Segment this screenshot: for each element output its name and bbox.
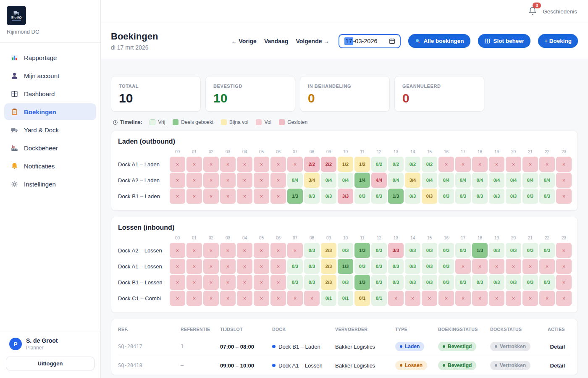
slot-cell[interactable]: 0/3 [438,189,454,204]
slot-cell[interactable]: 0/3 [506,189,521,204]
slot-cell[interactable]: 0/3 [405,275,420,290]
slot-cell[interactable]: 0/4 [455,173,471,188]
slot-cell[interactable]: 0/1 [354,291,370,306]
slot-cell[interactable]: 0/3 [371,259,387,274]
slot-cell[interactable]: 0/3 [321,189,336,204]
slot-cell[interactable]: 0/3 [422,275,437,290]
slot-cell[interactable]: 0/4 [287,173,303,188]
slot-cell[interactable]: 0/3 [388,259,404,274]
sidebar-item-dockbeheer[interactable]: Dockbeheer [4,139,96,156]
slot-cell[interactable]: 0/3 [539,189,555,204]
slot-cell[interactable]: 1/3 [338,259,353,274]
slot-cell[interactable]: 0/3 [438,275,454,290]
slot-cell[interactable]: 0/3 [489,275,504,290]
slot-cell[interactable]: 0/1 [338,291,353,306]
slot-management-button[interactable]: Slot beheer [478,34,531,48]
slot-cell[interactable]: 2/3 [321,275,336,290]
slot-cell[interactable]: 0/4 [489,173,504,188]
slot-cell[interactable]: 1/4 [354,173,370,188]
slot-cell[interactable]: 0/3 [422,189,437,204]
notifications-bell-button[interactable]: 3 [528,6,538,17]
slot-cell[interactable]: 0/3 [422,259,437,274]
slot-cell[interactable]: 3/3 [388,243,404,258]
today-link[interactable]: Vandaag [264,38,289,45]
slot-cell[interactable]: 0/2 [422,157,437,172]
slot-cell[interactable]: 2/2 [304,157,320,172]
slot-cell[interactable]: 0/3 [539,275,555,290]
slot-cell[interactable]: 0/4 [438,173,454,188]
slot-cell[interactable]: 1/3 [287,189,303,204]
detail-link[interactable]: Detail [550,362,565,369]
slot-cell[interactable]: 3/4 [405,173,420,188]
slot-cell[interactable]: 0/3 [455,189,471,204]
slot-cell[interactable]: 0/4 [522,173,538,188]
slot-cell[interactable]: 0/3 [522,189,538,204]
slot-cell[interactable]: 1/3 [354,275,370,290]
slot-cell[interactable]: 0/3 [506,243,521,258]
sidebar-item-boekingen[interactable]: Boekingen [4,103,96,120]
slot-cell[interactable]: 0/3 [405,189,420,204]
sidebar-item-notificaties[interactable]: Notificaties [4,158,96,174]
slot-cell[interactable]: 0/3 [371,189,387,204]
slot-cell[interactable]: 0/4 [472,173,488,188]
sidebar-item-dashboard[interactable]: Dashboard [4,85,96,102]
slot-cell[interactable]: 0/4 [388,173,404,188]
slot-cell[interactable]: 0/4 [321,173,336,188]
slot-cell[interactable]: 0/3 [522,275,538,290]
slot-cell[interactable]: 0/3 [472,189,488,204]
slot-cell[interactable]: 0/3 [506,275,521,290]
slot-cell[interactable]: 0/2 [371,157,387,172]
slot-cell[interactable]: 0/3 [489,189,504,204]
prev-day-link[interactable]: ← Vorige [231,38,256,45]
slot-cell[interactable]: 2/2 [321,157,336,172]
slot-cell[interactable]: 1/2 [338,157,353,172]
slot-cell[interactable]: 1/3 [354,243,370,258]
slot-cell[interactable]: 0/3 [438,259,454,274]
slot-cell[interactable]: 2/3 [321,259,336,274]
slot-cell[interactable]: 0/3 [304,189,320,204]
slot-cell[interactable]: 3/4 [304,173,320,188]
slot-cell[interactable]: 0/4 [506,173,521,188]
sidebar-item-instellingen[interactable]: Instellingen [4,176,96,192]
slot-cell[interactable]: 0/3 [438,243,454,258]
slot-cell[interactable]: 0/3 [287,259,303,274]
slot-cell[interactable]: 0/3 [455,243,471,258]
slot-cell[interactable]: 0/4 [422,173,437,188]
slot-cell[interactable]: 1/2 [354,157,370,172]
all-bookings-button[interactable]: Alle boekingen [408,34,470,48]
slot-cell[interactable]: 4/4 [371,173,387,188]
slot-cell[interactable]: 2/3 [321,243,336,258]
slot-cell[interactable]: 0/3 [405,259,420,274]
slot-cell[interactable]: 0/3 [422,243,437,258]
history-link[interactable]: Geschiedenis [543,8,577,15]
slot-cell[interactable]: 0/3 [489,243,504,258]
slot-cell[interactable]: 0/4 [338,173,353,188]
slot-cell[interactable]: 0/2 [388,157,404,172]
next-day-link[interactable]: Volgende → [296,38,330,45]
slot-cell[interactable]: 0/3 [405,243,420,258]
slot-cell[interactable]: 0/1 [321,291,336,306]
slot-cell[interactable]: 0/3 [304,259,320,274]
slot-cell[interactable]: 0/3 [338,243,353,258]
sidebar-item-mijn-account[interactable]: Mijn account [4,67,96,84]
slot-cell[interactable]: 0/3 [304,275,320,290]
slot-cell[interactable]: 1/3 [388,189,404,204]
slot-cell[interactable]: 0/2 [405,157,420,172]
logout-button[interactable]: Uitloggen [6,357,94,370]
slot-cell[interactable]: 0/1 [371,291,387,306]
slot-cell[interactable]: 0/4 [539,173,555,188]
slot-cell[interactable]: 3/3 [338,189,353,204]
slot-cell[interactable]: 0/3 [522,243,538,258]
slot-cell[interactable]: 0/3 [472,275,488,290]
slot-cell[interactable]: 0/3 [354,189,370,204]
slot-cell[interactable]: 0/3 [287,275,303,290]
slot-cell[interactable]: 0/3 [371,243,387,258]
detail-link[interactable]: Detail [550,344,565,350]
slot-cell[interactable]: 0/3 [371,275,387,290]
slot-cell[interactable]: 1/3 [472,243,488,258]
add-booking-button[interactable]: + Boeking [538,34,578,48]
sidebar-item-yard-dock[interactable]: Yard & Dock [4,121,96,138]
slot-cell[interactable]: 0/3 [388,275,404,290]
slot-cell[interactable]: 0/3 [338,275,353,290]
slot-cell[interactable]: 0/3 [455,275,471,290]
